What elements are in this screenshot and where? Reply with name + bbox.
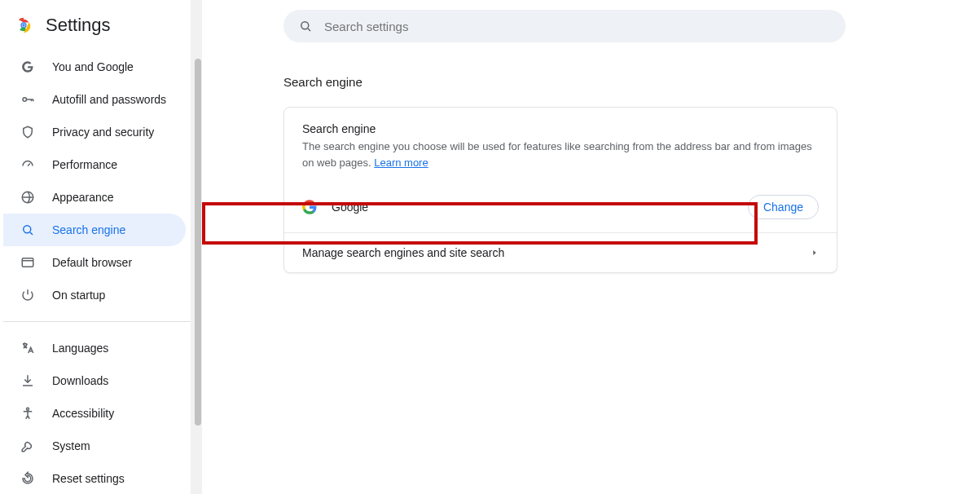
sidebar-item-search-engine[interactable]: Search engine: [3, 214, 186, 246]
wrench-icon: [20, 438, 36, 454]
power-icon: [20, 287, 36, 303]
sidebar-item-label: Default browser: [52, 256, 132, 269]
google-g-icon: [20, 59, 36, 75]
svg-point-8: [27, 408, 29, 410]
svg-point-4: [23, 98, 27, 102]
sidebar-item-system[interactable]: System: [3, 430, 186, 462]
accessibility-icon: [20, 405, 36, 421]
sidebar-item-default-browser[interactable]: Default browser: [3, 246, 186, 279]
sidebar-item-languages[interactable]: Languages: [3, 332, 186, 364]
google-g-icon: [302, 200, 317, 214]
brand-row: Settings: [0, 0, 202, 51]
learn-more-link[interactable]: Learn more: [374, 157, 428, 169]
page-heading: Search engine: [283, 75, 915, 89]
brand-title: Settings: [46, 15, 111, 36]
current-engine-left: Google: [302, 200, 368, 214]
sidebar-item-label: Privacy and security: [52, 126, 154, 139]
svg-point-6: [24, 226, 31, 233]
sidebar-item-label: Languages: [52, 342, 108, 355]
sidebar-scrollbar-thumb[interactable]: [195, 59, 201, 426]
speedometer-icon: [20, 157, 36, 173]
sidebar-item-label: On startup: [52, 289, 105, 302]
appearance-icon: [20, 189, 36, 205]
shield-icon: [20, 124, 36, 140]
svg-rect-7: [22, 258, 33, 267]
main-content: Search engine Search engine The search e…: [202, 0, 980, 494]
sidebar: Settings You and Google Autofill and pas…: [0, 0, 202, 494]
current-engine-name: Google: [332, 201, 368, 214]
sidebar-item-label: Appearance: [52, 191, 114, 204]
sidebar-nav: You and Google Autofill and passwords Pr…: [0, 51, 202, 494]
sidebar-item-label: Search engine: [52, 223, 125, 236]
sidebar-item-accessibility[interactable]: Accessibility: [3, 397, 186, 430]
sidebar-item-on-startup[interactable]: On startup: [3, 279, 186, 311]
manage-search-engines-row[interactable]: Manage search engines and site search: [284, 233, 837, 272]
search-icon: [298, 19, 313, 33]
sidebar-item-label: System: [52, 439, 90, 452]
sidebar-item-privacy[interactable]: Privacy and security: [3, 116, 186, 148]
sidebar-item-appearance[interactable]: Appearance: [3, 181, 186, 214]
sidebar-item-performance[interactable]: Performance: [3, 148, 186, 181]
sidebar-item-autofill[interactable]: Autofill and passwords: [3, 83, 186, 116]
current-engine-row: Google Change: [284, 185, 837, 232]
sidebar-item-label: Reset settings: [52, 472, 125, 485]
sidebar-item-label: Performance: [52, 158, 117, 171]
search-settings-bar[interactable]: [283, 10, 846, 42]
key-icon: [20, 91, 36, 108]
sidebar-item-reset[interactable]: Reset settings: [3, 462, 186, 494]
svg-point-3: [22, 24, 25, 27]
change-button[interactable]: Change: [748, 195, 819, 219]
reset-icon: [20, 470, 36, 487]
download-icon: [20, 373, 36, 389]
card-description: The search engine you choose will be use…: [302, 139, 819, 170]
sidebar-item-downloads[interactable]: Downloads: [3, 364, 186, 397]
browser-icon: [20, 254, 36, 271]
translate-icon: [20, 340, 36, 356]
search-settings-input[interactable]: [324, 20, 831, 33]
manage-row-label: Manage search engines and site search: [302, 246, 504, 259]
sidebar-divider: [3, 321, 191, 322]
card-header-section: Search engine The search engine you choo…: [284, 108, 837, 185]
search-engine-card: Search engine The search engine you choo…: [283, 107, 837, 273]
chevron-right-icon: [811, 249, 819, 257]
search-icon: [20, 222, 36, 238]
sidebar-item-label: Autofill and passwords: [52, 93, 166, 106]
chrome-logo-icon: [15, 16, 33, 34]
card-title: Search engine: [302, 122, 819, 135]
sidebar-scrollbar-track[interactable]: [191, 0, 202, 494]
sidebar-item-label: Downloads: [52, 374, 108, 387]
svg-point-9: [301, 22, 309, 29]
sidebar-item-label: Accessibility: [52, 407, 114, 420]
sidebar-item-label: You and Google: [52, 60, 134, 73]
sidebar-item-you-and-google[interactable]: You and Google: [3, 51, 186, 83]
